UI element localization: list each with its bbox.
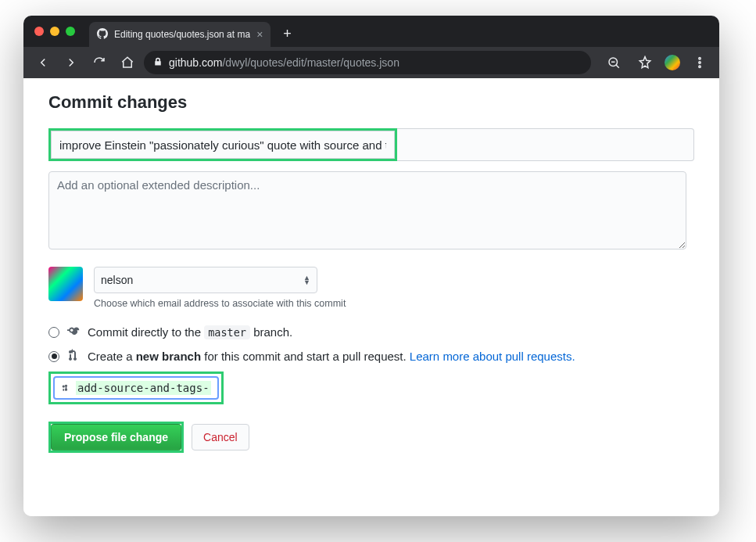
titlebar: Editing quotes/quotes.json at ma × + (23, 16, 719, 47)
email-select[interactable]: nelson ▲▼ (94, 267, 317, 293)
svg-point-1 (699, 58, 700, 59)
commit-direct-label: Commit directly to the master branch. (88, 325, 292, 339)
select-arrows-icon: ▲▼ (303, 275, 310, 285)
page-content: Commit changes nelson ▲▼ Choose which em… (23, 78, 719, 516)
browser-profile-avatar[interactable] (665, 55, 680, 70)
user-avatar (48, 267, 83, 301)
browser-window: Editing quotes/quotes.json at ma × + git… (23, 16, 719, 516)
new-tab-button[interactable]: + (283, 26, 292, 42)
close-tab-icon[interactable]: × (256, 28, 263, 41)
commit-title-highlight (48, 128, 397, 161)
page-heading: Commit changes (48, 92, 694, 113)
url-text: github.com/dwyl/quotes/edit/master/quote… (169, 56, 399, 69)
bookmark-star-icon[interactable] (633, 51, 657, 74)
branch-icon (61, 383, 71, 393)
commit-title-input[interactable] (51, 131, 395, 159)
maximize-window-button[interactable] (66, 27, 75, 36)
email-help-text: Choose which email address to associate … (94, 298, 346, 309)
branch-name-highlight: add-source-and-tags- (48, 372, 224, 404)
propose-file-change-button[interactable]: Propose file change (51, 424, 181, 450)
pull-request-icon (67, 349, 80, 364)
commit-direct-option[interactable]: Commit directly to the master branch. (48, 325, 694, 339)
window-controls (34, 27, 75, 36)
address-bar[interactable]: github.com/dwyl/quotes/edit/master/quote… (144, 51, 591, 74)
github-favicon-icon (97, 28, 108, 41)
commit-description-input[interactable] (48, 171, 686, 249)
close-window-button[interactable] (34, 27, 44, 36)
forward-button[interactable] (59, 51, 83, 74)
url-bar: github.com/dwyl/quotes/edit/master/quote… (23, 47, 719, 78)
menu-dots-icon[interactable] (688, 51, 711, 74)
minimize-window-button[interactable] (50, 27, 59, 36)
radio-unchecked[interactable] (48, 327, 59, 338)
browser-tab[interactable]: Editing quotes/quotes.json at ma × (89, 22, 271, 47)
commit-title-remainder[interactable] (397, 128, 694, 161)
pull-request-learn-more-link[interactable]: Learn more about pull requests. (410, 350, 575, 363)
radio-checked[interactable] (48, 351, 59, 362)
svg-point-2 (699, 62, 700, 63)
home-button[interactable] (116, 51, 139, 74)
lock-icon (153, 56, 163, 69)
create-branch-label: Create a new branch for this commit and … (88, 350, 575, 363)
branch-name-text: add-source-and-tags- (76, 381, 211, 395)
branch-name-input[interactable]: add-source-and-tags- (53, 376, 219, 400)
commit-icon (67, 325, 80, 339)
svg-point-3 (699, 66, 700, 67)
email-selected-value: nelson (101, 274, 133, 286)
cancel-button[interactable]: Cancel (192, 424, 249, 450)
tab-title: Editing quotes/quotes.json at ma (114, 29, 250, 40)
propose-highlight: Propose file change (48, 422, 184, 453)
zoom-icon[interactable] (602, 51, 625, 74)
back-button[interactable] (31, 51, 55, 74)
create-branch-option[interactable]: Create a new branch for this commit and … (48, 349, 694, 364)
reload-button[interactable] (88, 51, 111, 74)
